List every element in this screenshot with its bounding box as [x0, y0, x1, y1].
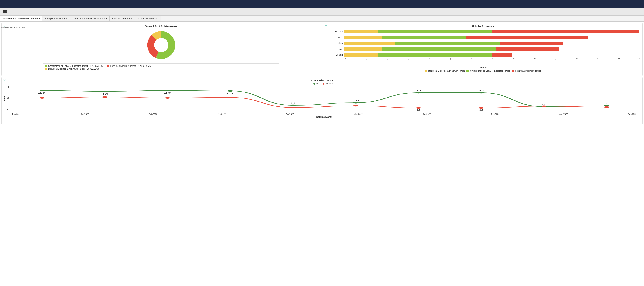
- tab-service-level-setup[interactable]: Service Level Setup: [110, 16, 136, 22]
- svg-point-20: [290, 107, 296, 108]
- svg-point-9: [228, 90, 233, 92]
- bar-cat-genetic: Genetic: [334, 54, 344, 56]
- line-x-axis: Dec/2021 Jan/2022 Feb/2022 Mar/2022 Apr/…: [11, 113, 638, 115]
- svg-point-10: [290, 105, 296, 106]
- tab-sla-discrepancies[interactable]: SLA Discrepancies: [136, 16, 161, 22]
- bar-cat-ziotic: Ziotic: [334, 36, 344, 39]
- svg-point-24: [541, 106, 546, 107]
- svg-text:2: 2: [479, 109, 483, 111]
- svg-point-12: [416, 92, 421, 93]
- donut-label-bt: Between Expected & Minimum Target = 50: [0, 26, 25, 29]
- menu-bar: [0, 8, 644, 16]
- bar-cat-treol: Treol: [334, 48, 344, 50]
- svg-point-13: [479, 92, 484, 93]
- svg-point-6: [40, 90, 45, 91]
- svg-text:8: 8: [291, 102, 295, 104]
- panel-title: SLA Performance: [323, 23, 642, 28]
- legend-ge: Greater than or Equal to Expected Target…: [48, 65, 104, 67]
- svg-text:37: 37: [415, 89, 422, 92]
- svg-text:40: 40: [101, 93, 109, 95]
- svg-text:42: 42: [38, 92, 46, 94]
- filter-icon[interactable]: [3, 78, 6, 82]
- line-ylabel: Count: [4, 96, 6, 102]
- dashboard-tabs: Service Level Summary Dashboard Exceptio…: [0, 16, 644, 22]
- bar-legend: Between Expected & Minimum Target Greate…: [323, 69, 642, 73]
- svg-text:41: 41: [226, 92, 234, 95]
- svg-point-23: [479, 107, 484, 109]
- donut-chart[interactable]: [146, 30, 177, 61]
- bar-xlabel: Count %: [323, 66, 642, 69]
- svg-point-17: [102, 96, 108, 98]
- svg-point-8: [165, 90, 170, 91]
- svg-point-21: [353, 105, 358, 106]
- tab-exception-dashboard[interactable]: Exception Dashboard: [42, 16, 70, 22]
- filter-icon[interactable]: [324, 24, 328, 28]
- svg-point-7: [102, 91, 108, 92]
- legend-bt: Between Expected & Minimum Target = 50 (…: [48, 68, 99, 70]
- panel-sla-performance-line: SLA Performance Met Not Met Count 50 25 …: [2, 77, 642, 124]
- svg-point-15: [604, 105, 609, 106]
- line-legend: Met Not Met: [2, 82, 642, 86]
- svg-text:5: 5: [542, 103, 546, 106]
- svg-text:2: 2: [416, 109, 420, 111]
- panel-title: SLA Performance: [2, 77, 642, 82]
- svg-point-22: [416, 107, 421, 109]
- svg-point-19: [228, 97, 233, 98]
- svg-text:7: 7: [605, 102, 609, 105]
- svg-text:42: 42: [164, 92, 171, 94]
- legend-lt: Less than Minimum Target = 123 (31.06%): [110, 65, 151, 67]
- line-chart[interactable]: 42 40 42 41 8 14 37 37 5 7 2 2: [11, 87, 638, 112]
- svg-point-11: [353, 102, 358, 103]
- bar-cat-mask: Mask: [334, 42, 344, 45]
- tab-root-cause-analysis[interactable]: Root Cause Analysis Dashboard: [70, 16, 110, 22]
- svg-point-25: [604, 106, 609, 108]
- svg-text:14: 14: [352, 99, 360, 102]
- donut-legend: Greater than or Equal to Expected Target…: [43, 63, 279, 72]
- line-xlabel: Service Month: [11, 115, 638, 118]
- bar-cat-extrabolt: Extrabolt: [334, 30, 344, 33]
- hamburger-icon[interactable]: [2, 8, 8, 15]
- panel-sla-performance-bars: SLA Performance Extrabolt Ziotic Mask Tr…: [323, 23, 642, 76]
- svg-text:37: 37: [477, 89, 485, 92]
- stacked-bar-chart[interactable]: Extrabolt Ziotic Mask Treol Genetic: [323, 28, 642, 57]
- bar-x-axis: 0 5 10 15 20 25 30 35 40 45 50 55 60 65 …: [344, 58, 639, 64]
- top-navbar: [0, 0, 644, 8]
- svg-point-18: [165, 97, 170, 99]
- svg-point-16: [40, 97, 45, 99]
- panel-title: Overall SLA Achievement: [2, 23, 321, 28]
- panel-overall-sla-achievement: Overall SLA Achievement Less than Minimu…: [2, 23, 321, 76]
- tab-service-level-summary[interactable]: Service Level Summary Dashboard: [0, 16, 42, 22]
